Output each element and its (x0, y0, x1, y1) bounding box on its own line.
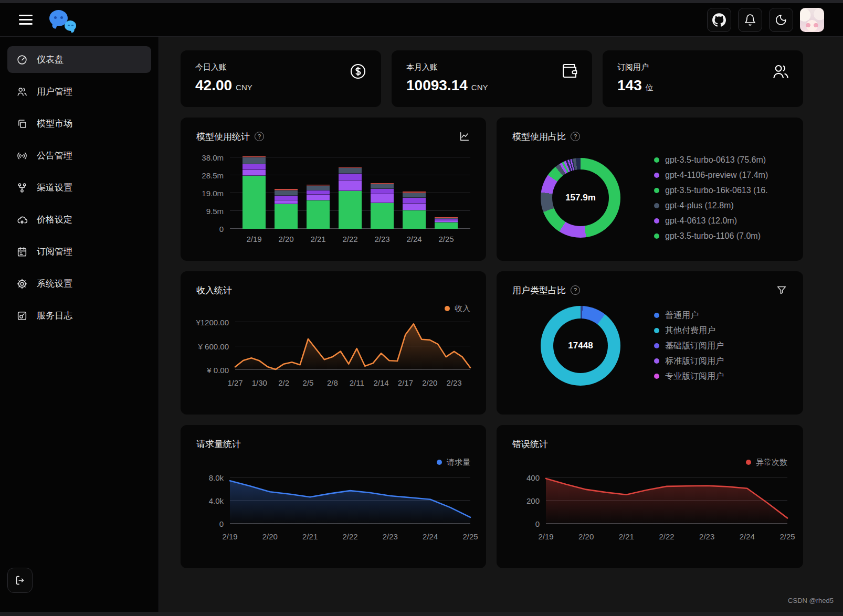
sidebar-item-models[interactable]: 模型市场 (7, 110, 151, 137)
bar-segment-gpt-3.5-turbo (307, 200, 330, 229)
bar-segment-gpt-3.5-turbo (371, 203, 394, 229)
bar-segment-gpt-3.5-turbo (403, 210, 426, 229)
legend-dot (654, 203, 659, 208)
legend-dot (654, 218, 659, 224)
hamburger-menu-icon[interactable] (19, 15, 33, 25)
x-tick-label: 2/22 (339, 235, 362, 243)
legend-label: 请求量 (447, 458, 470, 468)
y-tick-label: 4.0k (209, 496, 224, 505)
legend-item[interactable]: gpt-4-plus (12.8m) (654, 198, 787, 213)
x-tick-label: 2/8 (327, 378, 338, 387)
y-tick-label: 38.0m (202, 153, 224, 162)
card-header: 请求量统计 (196, 438, 470, 450)
line-chart-icon (459, 131, 470, 142)
bar-segment-gpt-4-b (339, 174, 362, 180)
user-type-donut-chart: 17448 (541, 306, 620, 386)
legend-item[interactable]: 标准版订阅用户 (654, 354, 787, 369)
legend-label: 其他付费用户 (665, 325, 715, 336)
bar-segment-gpt-4-b (307, 190, 330, 195)
chart-legend[interactable]: 请求量 (196, 456, 470, 468)
gauge-icon (16, 54, 28, 66)
x-tick-label: 2/24 (740, 532, 755, 541)
x-tick-label: 2/22 (342, 532, 357, 541)
legend-dot (654, 188, 659, 193)
logout-button[interactable] (7, 568, 33, 593)
card-header: 模型使用统计 ? (196, 130, 470, 143)
bar-segment-gpt-4-plus (307, 186, 330, 190)
sidebar-item-announcements[interactable]: 公告管理 (7, 142, 151, 169)
help-icon[interactable]: ? (255, 132, 264, 141)
logout-icon (14, 575, 26, 586)
sidebar-item-label: 仪表盘 (37, 54, 64, 66)
x-tick-label: 2/25 (462, 532, 478, 541)
legend-item[interactable]: gpt-3.5-turbo-1106 (7.0m) (654, 228, 787, 243)
bar-2/21 (307, 185, 330, 229)
app-logo-chat-bubbles-icon[interactable] (49, 8, 78, 31)
bar-segment-gpt-4-plus (371, 184, 394, 189)
x-tick-label: 2/20 (262, 532, 278, 541)
legend-item[interactable]: 其他付费用户 (654, 323, 787, 338)
notifications-button[interactable] (738, 8, 762, 32)
sidebar-item-label: 渠道设置 (37, 182, 72, 194)
legend-label: gpt-4-1106-preview (17.4m) (665, 171, 768, 180)
legend-label: gpt-3.5-turbo-16k-0613 (16. (665, 186, 768, 195)
navbar-actions (707, 8, 824, 32)
bar-segment-gpt-4-b (403, 198, 426, 204)
bar-segment-gpt-4-plus (403, 193, 426, 198)
x-tick-label: 2/23 (446, 378, 461, 387)
sidebar-item-label: 订阅管理 (37, 246, 72, 258)
users-icon (771, 62, 789, 82)
legend-item[interactable]: gpt-4-0613 (12.0m) (654, 213, 787, 228)
sidebar-item-channels[interactable]: 渠道设置 (7, 174, 151, 201)
legend-item[interactable]: 普通用户 (654, 308, 787, 323)
legend-item[interactable]: gpt-3.5-turbo-16k-0613 (16. (654, 183, 787, 198)
model-share-chart-card: 模型使用占比 ? 157.9m gpt-3.5-turbo-0613 (75.6… (497, 118, 803, 261)
chart-title: 模型使用统计 (196, 131, 250, 143)
legend-item[interactable]: gpt-4-1106-preview (17.4m) (654, 167, 787, 183)
sidebar-item-settings[interactable]: 系统设置 (7, 270, 151, 297)
sidebar-item-pricing[interactable]: 价格设定 (7, 206, 151, 233)
x-tick-label: 2/24 (403, 235, 426, 243)
x-tick-label: 2/20 (422, 378, 437, 387)
stat-cards-row: 今日入账 42.00CNY 本月入账 10093.14CNY 订阅用户 143位 (181, 50, 803, 107)
sidebar-menu: 仪表盘 用户管理 模型市场 公告管理 渠道设置 价格设定 订阅管理 系统设置 (0, 37, 159, 329)
filter-button[interactable] (776, 284, 787, 296)
y-tick-label: 400 (526, 473, 540, 482)
github-button[interactable] (707, 8, 731, 32)
dollar-coin-icon (349, 62, 367, 82)
navbar (0, 3, 843, 37)
user-avatar[interactable] (800, 8, 824, 32)
sidebar-item-dashboard[interactable]: 仪表盘 (7, 46, 151, 73)
sidebar-item-label: 系统设置 (37, 278, 72, 290)
bar-segment-gpt-4-a (275, 200, 298, 204)
legend-item[interactable]: 基础版订阅用户 (654, 338, 787, 354)
card-header: 模型使用占比 ? (512, 130, 787, 143)
bar-segment-gpt-4-a (371, 194, 394, 203)
sidebar-item-logs[interactable]: 服务日志 (7, 302, 151, 329)
line-series (546, 473, 787, 524)
gear-icon (16, 278, 28, 290)
wallet-icon (561, 62, 578, 81)
sidebar-item-subscriptions[interactable]: 订阅管理 (7, 238, 151, 265)
help-icon[interactable]: ? (571, 132, 580, 141)
chart-legend[interactable]: 收入 (196, 303, 470, 314)
x-tick-label: 2/20 (578, 532, 594, 541)
chart-title: 用户类型占比 (512, 284, 566, 296)
chart-title: 请求量统计 (196, 438, 241, 450)
x-tick-label: 2/25 (435, 235, 458, 243)
legend-label: 标准版订阅用户 (665, 356, 724, 367)
legend-dot (437, 460, 442, 465)
theme-toggle-button[interactable] (769, 8, 793, 32)
card-header: 错误统计 (512, 438, 787, 450)
legend-item[interactable]: gpt-3.5-turbo-0613 (75.6m) (654, 152, 787, 167)
legend-dot (746, 460, 751, 465)
bar-2/22 (339, 167, 362, 229)
legend-item[interactable]: 专业版订阅用户 (654, 369, 787, 384)
bar-2/24 (403, 192, 426, 229)
chart-type-toggle-button[interactable] (459, 131, 470, 142)
chart-title: 收入统计 (196, 284, 232, 296)
help-icon[interactable]: ? (571, 285, 580, 295)
stat-card-subscribers: 订阅用户 143位 (603, 50, 803, 107)
sidebar-item-users[interactable]: 用户管理 (7, 78, 151, 105)
chart-legend[interactable]: 异常次数 (512, 456, 787, 468)
